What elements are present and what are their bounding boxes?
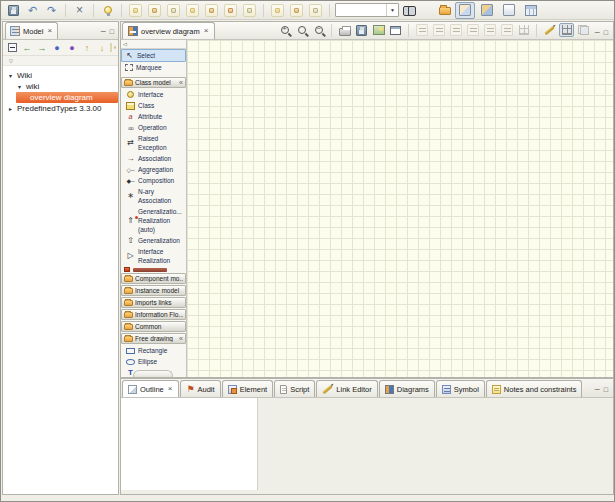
perspective-model-button[interactable] bbox=[455, 2, 475, 19]
align-top-button[interactable] bbox=[465, 23, 480, 37]
create-element-button-6[interactable] bbox=[222, 2, 239, 19]
pin-drawer-icon[interactable]: « bbox=[179, 79, 183, 86]
minimize-icon[interactable]: ─ bbox=[595, 29, 600, 36]
edit-style-button[interactable] bbox=[542, 23, 557, 37]
move-down-button[interactable]: ↓ bbox=[95, 41, 109, 55]
tree-item-wiki-project[interactable]: ▾ Wiki bbox=[3, 70, 118, 81]
configure-button[interactable]: × bbox=[71, 2, 88, 19]
create-element-button-1[interactable] bbox=[127, 2, 144, 19]
tab-notes-and-constraints[interactable]: Notes and constraints bbox=[486, 380, 583, 397]
palette-item-generalization[interactable]: ⇧ Generalization bbox=[121, 235, 186, 246]
palette-item-ellipse[interactable]: Ellipse bbox=[121, 356, 186, 367]
search-combo[interactable]: ▼ bbox=[335, 3, 399, 17]
save-diagram-button[interactable] bbox=[354, 23, 369, 37]
minimize-icon[interactable]: ─ bbox=[595, 386, 600, 393]
view-menu-icon[interactable]: ▽ bbox=[9, 58, 13, 64]
tab-diagrams[interactable]: Diagrams bbox=[379, 380, 435, 397]
expander-icon[interactable]: ▸ bbox=[7, 105, 14, 112]
palette-item-aggregation[interactable]: ◇– Aggregation bbox=[121, 164, 186, 175]
palette-scroll-handle[interactable] bbox=[133, 370, 173, 377]
close-icon[interactable]: × bbox=[46, 27, 53, 35]
palette-drawer-component-model[interactable]: Component mo... bbox=[121, 273, 186, 284]
tab-element[interactable]: Element bbox=[222, 380, 274, 397]
open-project-button[interactable] bbox=[436, 2, 453, 19]
link-with-editor-button[interactable]: ● bbox=[50, 41, 64, 55]
create-element-button-5[interactable] bbox=[203, 2, 220, 19]
search-button[interactable] bbox=[401, 2, 418, 19]
create-element-button-10[interactable] bbox=[307, 2, 324, 19]
create-element-button-4[interactable] bbox=[184, 2, 201, 19]
palette-item-raised-exception[interactable]: ⇄ Raised Exception bbox=[121, 133, 186, 153]
expander-icon[interactable]: ▾ bbox=[16, 83, 23, 90]
tab-model[interactable]: Model × bbox=[5, 22, 58, 39]
navigate-forward-button[interactable]: → bbox=[35, 41, 49, 55]
create-element-button-3[interactable] bbox=[165, 2, 182, 19]
create-element-button-8[interactable] bbox=[269, 2, 286, 19]
perspective-dev-button[interactable] bbox=[499, 2, 519, 19]
tab-symbol[interactable]: Symbol bbox=[436, 380, 485, 397]
collapse-all-button[interactable] bbox=[5, 41, 19, 55]
palette-collapse-bar[interactable]: ◁ bbox=[121, 40, 186, 49]
palette-drawer-free-drawing[interactable]: Free drawing « bbox=[121, 333, 186, 344]
palette-drawer-imports-links[interactable]: Imports links bbox=[121, 297, 186, 308]
maximize-icon[interactable]: □ bbox=[110, 28, 114, 35]
match-height-button[interactable] bbox=[499, 23, 514, 37]
palette-drawer-common[interactable]: Common bbox=[121, 321, 186, 332]
navigate-back-button[interactable]: ← bbox=[20, 41, 34, 55]
clipped-palette-item[interactable] bbox=[121, 267, 186, 272]
palette-item-operation[interactable]: oo Operation bbox=[121, 122, 186, 133]
palette-item-composition[interactable]: ◆– Composition bbox=[121, 175, 186, 186]
perspective-table-button[interactable] bbox=[521, 2, 541, 19]
tree-item-wiki-package[interactable]: ▾ wiki bbox=[3, 81, 118, 92]
palette-item-class[interactable]: Class bbox=[121, 100, 186, 111]
close-icon[interactable]: × bbox=[167, 385, 174, 393]
diagram-canvas[interactable] bbox=[187, 40, 613, 377]
palette-item-generalization-auto[interactable]: ⇑ Generalizatio... Realization (auto) bbox=[121, 206, 186, 235]
export-image-button[interactable] bbox=[371, 23, 386, 37]
palette-drawer-class-model[interactable]: Class model « bbox=[121, 77, 186, 88]
zoom-out-button[interactable]: − bbox=[311, 23, 326, 37]
related-elements-button[interactable]: ● bbox=[65, 41, 79, 55]
perspective-diagram-button[interactable] bbox=[477, 2, 497, 19]
palette-item-interface[interactable]: Interface bbox=[121, 89, 186, 100]
tab-link-editor[interactable]: Link Editor bbox=[316, 380, 377, 397]
tab-outline[interactable]: Outline × bbox=[122, 380, 179, 397]
redo-button[interactable]: ↷ bbox=[43, 2, 60, 19]
palette-item-association[interactable]: → Association bbox=[121, 153, 186, 164]
create-element-button-9[interactable] bbox=[288, 2, 305, 19]
print-button[interactable] bbox=[337, 23, 352, 37]
close-icon[interactable]: × bbox=[203, 27, 210, 35]
palette-tool-select[interactable]: ↖ Select bbox=[121, 49, 186, 62]
layers-button[interactable] bbox=[576, 23, 591, 37]
palette-item-rectangle[interactable]: Rectangle bbox=[121, 345, 186, 356]
combo-dropdown-arrow-icon[interactable]: ▼ bbox=[386, 4, 398, 16]
expander-icon[interactable]: ▾ bbox=[7, 72, 14, 79]
minimize-icon[interactable]: ─ bbox=[101, 28, 106, 35]
maximize-icon[interactable]: □ bbox=[604, 386, 608, 393]
fit-to-window-button[interactable] bbox=[388, 23, 403, 37]
tab-overview-diagram[interactable]: overview diagram × bbox=[122, 22, 215, 39]
show-grid-button[interactable] bbox=[516, 23, 531, 37]
palette-item-interface-realization[interactable]: ▷ Interface Realization bbox=[121, 246, 186, 266]
zoom-in-button[interactable]: + bbox=[277, 23, 292, 37]
align-center-button[interactable] bbox=[431, 23, 446, 37]
zoom-original-button[interactable] bbox=[294, 23, 309, 37]
move-up-button[interactable]: ↑ bbox=[80, 41, 94, 55]
tree-item-predefined-types[interactable]: ▸ PredefinedTypes 3.3.00 bbox=[3, 103, 118, 114]
undo-button[interactable]: ↶ bbox=[24, 2, 41, 19]
audit-hint-button[interactable] bbox=[99, 2, 116, 19]
align-right-button[interactable] bbox=[448, 23, 463, 37]
snap-to-grid-button[interactable] bbox=[559, 23, 574, 37]
save-button[interactable] bbox=[5, 2, 22, 19]
match-width-button[interactable] bbox=[482, 23, 497, 37]
tab-audit[interactable]: ⚑ Audit bbox=[180, 380, 220, 397]
palette-tool-marquee[interactable]: Marquee bbox=[121, 62, 186, 73]
create-element-button-2[interactable] bbox=[146, 2, 163, 19]
palette-item-attribute[interactable]: a Attribute bbox=[121, 111, 186, 122]
maximize-icon[interactable]: □ bbox=[604, 29, 608, 36]
align-left-button[interactable] bbox=[414, 23, 429, 37]
create-element-button-7[interactable] bbox=[241, 2, 258, 19]
pin-drawer-icon[interactable]: « bbox=[179, 335, 183, 342]
clipped-toolbar-icon[interactable] bbox=[110, 43, 116, 52]
tab-script[interactable]: Script bbox=[274, 380, 315, 397]
